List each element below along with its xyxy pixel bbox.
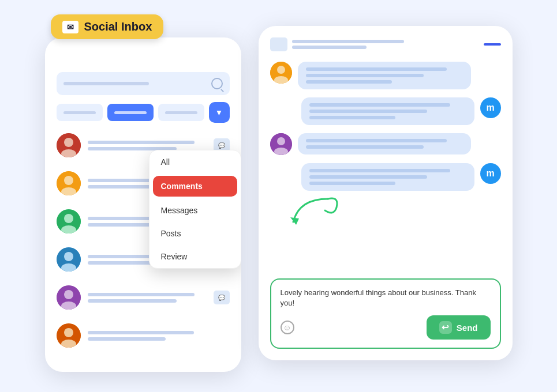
dropdown-item-posts[interactable]: Posts: [149, 222, 241, 245]
inbox-badge: ✉ Social Inbox: [51, 14, 164, 39]
filter-tab-1[interactable]: [57, 104, 103, 121]
arrow-decoration: [282, 193, 351, 228]
dropdown-menu: All Comments Messages Posts Review: [149, 150, 241, 269]
item-line-6a: [88, 331, 195, 334]
message-bubble-2: [301, 97, 474, 125]
input-text: Lovely hearing wonderful things about ou…: [281, 288, 491, 308]
right-panel: m m: [259, 26, 513, 360]
item-line-5a: [88, 293, 195, 296]
item-content-1: [88, 141, 207, 150]
arrow-area: [270, 199, 501, 228]
dropdown-item-comments[interactable]: Comments: [153, 176, 237, 197]
svg-point-19: [277, 66, 285, 74]
tab-line-3: [165, 111, 197, 114]
emoji-button[interactable]: ☺: [281, 321, 294, 334]
avatar-3: [57, 209, 81, 233]
svg-point-16: [64, 328, 73, 337]
item-line-1a: [88, 141, 195, 144]
search-icon: [211, 78, 223, 89]
message-row-4: m: [270, 163, 501, 191]
chat-header-line-1: [292, 40, 404, 43]
bubble-line-3b: [306, 145, 424, 149]
svg-point-1: [64, 138, 73, 147]
m-badge-2: m: [480, 163, 501, 184]
avatar-5: [57, 285, 81, 310]
svg-point-7: [64, 214, 73, 223]
bubble-line-2a: [309, 103, 451, 107]
tab-line-2: [114, 111, 147, 114]
item-line-6b: [88, 337, 166, 341]
inbox-item-6[interactable]: [57, 320, 230, 351]
bubble-line-4c: [309, 182, 396, 185]
bubble-line-2b: [309, 110, 427, 113]
inbox-item-5[interactable]: 💬: [57, 282, 230, 313]
dropdown-item-all[interactable]: All: [149, 150, 241, 174]
send-label: Send: [457, 323, 478, 333]
message-bubble-4: [301, 163, 474, 191]
svg-point-22: [277, 137, 285, 145]
chat-header-info: [292, 40, 479, 49]
chat-header: [270, 37, 501, 56]
bubble-line-2c: [309, 116, 396, 119]
msg-avatar-3: [270, 133, 292, 155]
svg-marker-24: [290, 217, 299, 225]
item-content-5: [88, 293, 207, 303]
dropdown-item-review[interactable]: Review: [149, 245, 241, 268]
svg-point-13: [64, 290, 73, 299]
svg-point-10: [64, 252, 73, 261]
input-footer: ☺ ↩ Send: [281, 315, 491, 340]
bubble-line-1a: [306, 67, 447, 71]
msg-avatar-1: [270, 62, 292, 84]
bubble-line-1c: [306, 80, 392, 84]
message-row-2: m: [270, 97, 501, 125]
bubble-line-4a: [309, 169, 451, 172]
bubble-line-3a: [306, 139, 447, 142]
avatar-2: [57, 171, 81, 195]
filter-row: ▼: [57, 102, 230, 123]
m-badge-1: m: [480, 97, 501, 118]
left-panel: ▼ 💬: [45, 37, 241, 372]
message-bubble-1: [298, 62, 471, 89]
chat-header-icon: [270, 37, 287, 51]
svg-point-4: [64, 176, 73, 185]
avatar-6: [57, 323, 81, 348]
chat-header-line-2: [292, 46, 367, 49]
send-icon: ↩: [439, 321, 452, 334]
item-line-5b: [88, 299, 177, 303]
bubble-line-1b: [306, 74, 424, 77]
text-input-area[interactable]: Lovely hearing wonderful things about ou…: [270, 278, 501, 349]
search-line: [63, 82, 149, 85]
message-bubble-3: [298, 133, 471, 154]
dropdown-item-messages[interactable]: Messages: [149, 199, 241, 222]
avatar-4: [57, 247, 81, 272]
inbox-title: Social Inbox: [84, 20, 152, 33]
filter-button[interactable]: ▼: [209, 102, 230, 123]
tab-line-1: [63, 111, 96, 114]
message-row-3: [270, 133, 501, 155]
item-line-4b: [88, 261, 153, 265]
avatar-1: [57, 133, 81, 157]
send-button[interactable]: ↩ Send: [427, 315, 491, 340]
filter-tab-3[interactable]: [158, 104, 204, 121]
bubble-line-4b: [309, 175, 427, 179]
item-comment-icon-5: 💬: [214, 291, 230, 304]
search-placeholder: [63, 82, 207, 85]
minimize-button[interactable]: [484, 43, 501, 46]
message-row-1: [270, 62, 501, 89]
item-content-6: [88, 331, 230, 341]
search-bar[interactable]: [57, 72, 230, 95]
filter-tab-2[interactable]: [107, 104, 154, 121]
mail-icon: ✉: [62, 21, 78, 33]
